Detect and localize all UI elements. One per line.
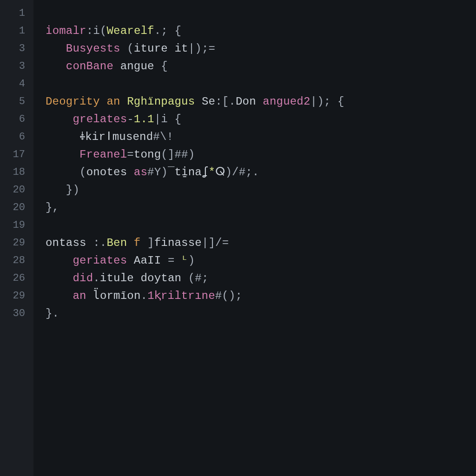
line-number: 20 — [0, 199, 33, 217]
code-line[interactable]: }) — [46, 181, 476, 199]
line-number: 18 — [0, 164, 33, 181]
line-number: 19 — [0, 217, 33, 234]
line-number: 5 — [0, 93, 33, 111]
line-number: 20 — [0, 181, 33, 199]
line-number: 4 — [0, 75, 33, 93]
code-editor: 1 1 3 3 4 5 6 6 17 18 20 20 19 29 28 26 … — [0, 0, 476, 476]
line-number: 30 — [0, 305, 33, 323]
code-line[interactable]: an l̈ormīon.1ⱪriltrıne#(); — [46, 287, 476, 305]
code-line[interactable] — [46, 5, 476, 22]
code-line[interactable] — [46, 217, 476, 234]
code-line[interactable]: grelates-1.1|i { — [46, 111, 476, 128]
code-line[interactable]: }. — [46, 305, 476, 323]
code-line[interactable] — [46, 75, 476, 93]
line-number: 1 — [0, 5, 33, 22]
line-number: 6 — [0, 111, 33, 128]
line-number: 29 — [0, 234, 33, 252]
line-number: 29 — [0, 287, 33, 305]
line-number: 3 — [0, 40, 33, 58]
code-line[interactable]: Freanel=tong(]##) — [46, 146, 476, 164]
line-number: 17 — [0, 146, 33, 164]
code-line[interactable]: did.itule doytan (#; — [46, 270, 476, 287]
code-line[interactable]: }, — [46, 199, 476, 217]
line-number-gutter: 1 1 3 3 4 5 6 6 17 18 20 20 19 29 28 26 … — [0, 0, 33, 476]
code-line[interactable]: (onotes as#Y)¯ti̱naʆ*ⵕ)/#;. — [46, 164, 476, 181]
code-line[interactable]: ontass :.Ben f ]finasse|]/= — [46, 234, 476, 252]
code-line[interactable]: conBane angue { — [46, 58, 476, 75]
line-number: 1 — [0, 22, 33, 40]
code-line[interactable]: ⸸kirǀmusend#\! — [46, 128, 476, 146]
code-line[interactable]: geriates AaII = ᴸ) — [46, 252, 476, 270]
line-number: 6 — [0, 128, 33, 146]
line-number: 26 — [0, 270, 33, 287]
code-line[interactable]: Busyests (iture it|);= — [46, 40, 476, 58]
line-number: 3 — [0, 58, 33, 75]
code-line[interactable]: i̇omalr:i(Wearelf.; { — [46, 22, 476, 40]
code-line[interactable]: Deogrity an Rghïnpagus Se:[.Don angued2|… — [46, 93, 476, 111]
line-number: 28 — [0, 252, 33, 270]
code-area[interactable]: i̇omalr:i(Wearelf.; { Busyests (iture it… — [33, 0, 476, 476]
